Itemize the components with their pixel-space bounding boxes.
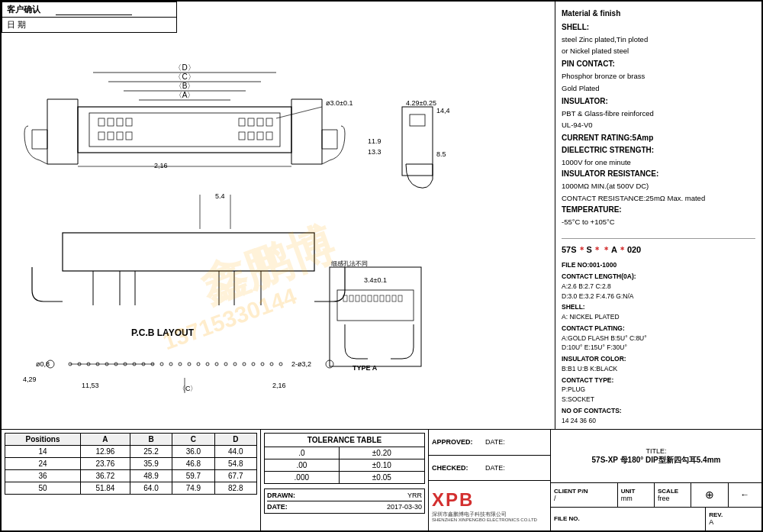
positions-row-3: 5051.8464.074.982.8 — [5, 482, 257, 495]
checked-date-label: DATE: — [485, 464, 505, 472]
svg-line-26 — [276, 107, 322, 118]
technical-drawing: 〈D〉 〈C〉 〈B〉 〈A〉 — [2, 31, 551, 427]
client-unit-row: CLIENT P/N / UNIT mm SCALE free ⊕ — [551, 483, 761, 508]
pn-shell-label: SHELL: — [562, 302, 755, 312]
positions-cell-1-2: 35.9 — [130, 458, 172, 470]
insulator-resistance-label: INSULATOR RESISTANCE: — [562, 168, 755, 180]
pn-s: S — [587, 243, 592, 256]
temperature-value: -55°C to +105°C — [562, 216, 755, 227]
client-pn-cell: CLIENT P/N / — [551, 483, 618, 507]
svg-point-73 — [270, 363, 273, 366]
company-name-cn: 深圳市鑫鹏博电子科技有限公司 — [432, 511, 547, 517]
svg-rect-15 — [108, 132, 114, 140]
date-label: 日 期 — [7, 19, 26, 31]
current-label: CURRENT RATING:5Amp — [562, 132, 755, 144]
svg-rect-24 — [257, 132, 263, 140]
approval-section: APPROVED: DATE: CHECKED: DATE: XPB 深圳市鑫鹏… — [429, 430, 551, 530]
customer-confirmation-box: 客户确认 日 期 — [2, 2, 177, 33]
pn-insulator-color-label: INSULATOR COLOR: — [562, 354, 755, 364]
svg-rect-94 — [386, 295, 390, 301]
pn-contact-plating-label: CONTACT PLATING: — [562, 324, 755, 334]
positions-cell-2-4: 67.7 — [214, 470, 256, 482]
svg-text:ø3.0±0.1: ø3.0±0.1 — [326, 99, 353, 107]
svg-rect-31 — [410, 114, 425, 126]
positions-row-0: 1412.9625.236.044.0 — [5, 446, 257, 458]
tolerance-row-1: .00±0.10 — [265, 459, 425, 472]
pn-ast1: ＊ — [578, 243, 586, 256]
contact-resistance-label: CONTACT RESISTANCE:25mΩ Max. mated — [562, 192, 755, 204]
ul-value: UL-94-V0 — [562, 119, 755, 131]
dielectric-value: 1000V for one minute — [562, 156, 755, 168]
plated-label: Gold Plated — [562, 82, 755, 94]
svg-rect-96 — [398, 295, 402, 301]
positions-cell-3-1: 51.84 — [80, 482, 130, 495]
positions-cell-2-1: 36.72 — [80, 470, 130, 482]
title-label: TITLE: — [592, 447, 721, 455]
client-pn-value: / — [554, 495, 614, 502]
drawn-value: YRR — [407, 492, 422, 499]
tolerance-table: .0±0.20.00±0.10.000±0.05 — [264, 447, 425, 484]
insulator-label: INSULATOR: — [562, 95, 755, 108]
svg-rect-22 — [239, 132, 245, 140]
svg-rect-90 — [362, 295, 365, 301]
tolerance-cell-0-1: ±0.20 — [339, 447, 424, 459]
shell-label: SHELL: — [562, 21, 755, 34]
svg-point-63 — [179, 363, 182, 366]
file-no-cell: FILE NO. — [551, 508, 706, 531]
positions-cell-0-1: 12.96 — [80, 446, 130, 458]
positions-cell-3-3: 74.9 — [172, 482, 214, 495]
svg-text:TYPE A: TYPE A — [353, 364, 378, 372]
positions-cell-0-2: 25.2 — [130, 446, 172, 458]
svg-point-61 — [160, 363, 163, 366]
positions-row-2: 3636.7248.959.767.7 — [5, 470, 257, 482]
drawing-area: 客户确认 日 期 〈D〉 〈C〉 〈B〉 — [2, 2, 555, 429]
positions-cell-2-2: 48.9 — [130, 470, 172, 482]
drawn-info: DRAWN: YRR DATE: 2017-03-30 — [264, 488, 425, 514]
svg-text:8.5: 8.5 — [436, 150, 446, 158]
svg-text:〈B〉: 〈B〉 — [175, 82, 195, 90]
drawn-label: DRAWN: — [267, 492, 295, 499]
title-row: TITLE: 57S-XP 母180° DIP型新四勾耳5.4mm — [551, 430, 761, 483]
tolerance-cell-2-1: ±0.05 — [339, 472, 424, 484]
svg-point-71 — [252, 363, 255, 366]
svg-rect-23 — [248, 132, 254, 140]
col-c: C — [172, 434, 214, 446]
approved-label: APPROVED: — [432, 438, 485, 446]
svg-rect-11 — [108, 118, 114, 126]
positions-table: Positions A B C D 1412.9625.236.044.0242… — [5, 433, 257, 495]
svg-point-68 — [224, 363, 227, 366]
date-val: 2017-03-30 — [387, 503, 422, 511]
pn-contact-type-s: S:SOCKET — [562, 395, 755, 405]
title-block-prefix: TITLE: 57S-XP 母180° DIP型新四勾耳5.4mm — [592, 447, 721, 466]
svg-rect-88 — [349, 295, 353, 301]
top-area: 客户确认 日 期 〈D〉 〈C〉 〈B〉 — [2, 2, 761, 429]
specs-content: Material & finish SHELL: steel Zinc plat… — [562, 8, 755, 227]
svg-rect-18 — [239, 118, 245, 126]
rev-cell: REV. A — [706, 508, 761, 531]
col-d: D — [214, 434, 256, 446]
part-number-area: 57S ＊ S ＊ ＊ A ＊ 020 FILE NO:001-1000 CON… — [562, 238, 755, 426]
title-value: 57S-XP 母180° DIP型新四勾耳5.4mm — [592, 455, 721, 466]
date-val-label: DATE: — [267, 503, 288, 511]
file-no-label: FILE NO. — [554, 515, 580, 522]
svg-text:细感孔法不同: 细感孔法不同 — [331, 260, 368, 267]
unit-label: UNIT — [621, 488, 651, 495]
part-number-display: 57S ＊ S ＊ ＊ A ＊ 020 — [562, 243, 755, 256]
tolerance-row-0: .0±0.20 — [265, 447, 425, 459]
rev-label: REV. — [709, 511, 758, 518]
xpb-logo-cell: XPB 深圳市鑫鹏博电子科技有限公司 SHENZHEN XINPENGBO EL… — [429, 481, 550, 530]
approved-row: APPROVED: DATE: — [429, 430, 550, 456]
insulator-value: PBT & Glass-fibre reinforced — [562, 108, 755, 119]
specs-area: Material & finish SHELL: steel Zinc plat… — [555, 2, 761, 429]
xpb-logo: XPB — [432, 489, 547, 511]
positions-cell-3-2: 64.0 — [130, 482, 172, 495]
svg-rect-86 — [337, 290, 414, 321]
positions-cell-0-4: 44.0 — [214, 446, 256, 458]
positions-cell-0-3: 36.0 — [172, 446, 214, 458]
pin-contact-label: PIN CONTACT: — [562, 58, 755, 70]
svg-rect-93 — [380, 295, 384, 301]
svg-point-66 — [206, 363, 209, 366]
checked-label: CHECKED: — [432, 464, 485, 472]
main-page: 鑫鹏博 13715330144 客户确认 日 期 〈D〉 — [0, 0, 763, 532]
positions-cell-3-4: 82.8 — [214, 482, 256, 495]
